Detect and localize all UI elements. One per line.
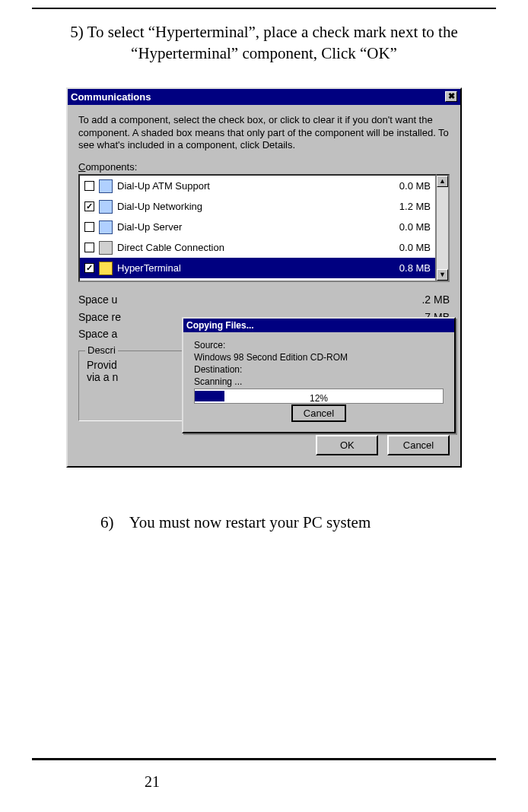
component-size: 0.0 MB	[385, 221, 431, 233]
copy-progress-label: 12%	[195, 391, 443, 401]
components-list-wrap: Dial-Up ATM Support0.0 MB✓Dial-Up Networ…	[78, 174, 450, 282]
copying-files-titlebar[interactable]: Copying Files...	[183, 319, 454, 332]
component-size: 0.0 MB	[385, 242, 431, 253]
ok-button[interactable]: OK	[316, 435, 378, 455]
checkbox-icon[interactable]	[84, 243, 94, 252]
component-label: Dial-Up Networking	[117, 201, 380, 212]
list-item[interactable]: Dial-Up Server0.0 MB	[80, 217, 435, 237]
space-used-label: Space u	[78, 291, 117, 308]
checkbox-icon[interactable]: ✓	[84, 263, 94, 273]
component-icon	[99, 220, 113, 234]
components-label: Components:	[78, 161, 450, 173]
components-label-rest: omponents:	[85, 161, 137, 173]
list-item[interactable]: Dial-Up ATM Support0.0 MB	[80, 176, 435, 196]
communications-title: Communications	[71, 91, 151, 103]
component-label: Dial-Up Server	[117, 221, 380, 233]
components-label-u: C	[78, 161, 85, 173]
scroll-down-button[interactable]: ▼	[437, 269, 448, 281]
list-item[interactable]: ✓HyperTerminal0.8 MB	[80, 258, 435, 278]
component-size: 0.0 MB	[385, 180, 431, 192]
communications-titlebar[interactable]: Communications ✖	[68, 89, 460, 105]
components-scrollbar[interactable]: ▲ ▼	[437, 174, 450, 282]
space-used-value: .2 MB	[421, 291, 450, 308]
dialog-instruction: To add a component, select the check box…	[78, 114, 450, 153]
copy-source-value: Windows 98 Second Edition CD-ROM	[194, 352, 444, 363]
page-content: 5) To select “Hyperterminal”, place a ch…	[32, 21, 496, 751]
step-5-text: 5) To select “Hyperterminal”, place a ch…	[62, 21, 466, 65]
checkbox-icon[interactable]	[84, 181, 94, 191]
close-icon[interactable]: ✖	[445, 91, 457, 102]
checkbox-icon[interactable]	[84, 222, 94, 232]
component-icon	[99, 179, 113, 193]
copy-destination-label: Destination:	[194, 364, 444, 375]
component-icon	[99, 262, 113, 275]
copy-cancel-button[interactable]: Cancel	[292, 405, 345, 421]
copy-destination-value: Scanning ...	[194, 376, 444, 387]
component-icon	[99, 241, 113, 255]
checkbox-icon[interactable]: ✓	[84, 201, 94, 211]
dialog-bottom-buttons: OK Cancel	[78, 435, 450, 455]
copying-files-body: Source: Windows 98 Second Edition CD-ROM…	[183, 332, 454, 432]
copying-files-dialog: Copying Files... Source: Windows 98 Seco…	[182, 317, 456, 433]
space-available-label: Space a	[78, 325, 117, 342]
component-label: Direct Cable Connection	[117, 242, 380, 253]
list-item[interactable]: Direct Cable Connection0.0 MB	[80, 237, 435, 258]
description-left: Provid via a n	[87, 359, 118, 383]
copy-progress-bar: 12%	[194, 389, 444, 404]
communications-dialog: Communications ✖ To add a component, sel…	[66, 87, 462, 468]
component-icon	[99, 200, 113, 214]
component-label: HyperTerminal	[117, 262, 380, 274]
copying-files-title: Copying Files...	[186, 320, 254, 331]
component-size: 1.2 MB	[385, 201, 431, 212]
description-legend: Descri	[85, 344, 118, 356]
space-required-label: Space re	[78, 309, 121, 325]
step-6-text: 6) You must now restart your PC system	[100, 513, 473, 532]
scroll-up-button[interactable]: ▲	[437, 176, 448, 187]
component-size: 0.8 MB	[385, 262, 431, 274]
list-item[interactable]: ✓Dial-Up Networking1.2 MB	[80, 196, 435, 217]
component-label: Dial-Up ATM Support	[117, 180, 380, 192]
components-listbox[interactable]: Dial-Up ATM Support0.0 MB✓Dial-Up Networ…	[78, 174, 437, 282]
page-number: 21	[145, 773, 160, 791]
copy-source-label: Source:	[194, 340, 444, 350]
cancel-button[interactable]: Cancel	[387, 435, 450, 455]
